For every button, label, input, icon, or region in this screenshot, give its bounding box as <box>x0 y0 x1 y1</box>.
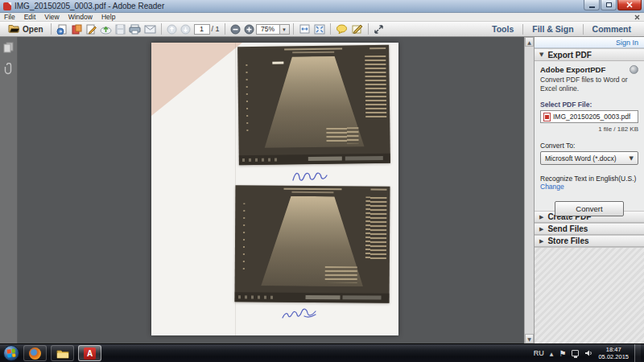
network-icon[interactable] <box>572 350 579 356</box>
show-desktop-button[interactable] <box>634 344 641 362</box>
menu-window[interactable]: Window <box>68 13 93 21</box>
taskbar-clock[interactable]: 18:47 05.02.2015 <box>598 346 629 361</box>
zoom-dropdown-button[interactable]: ▼ <box>280 24 290 35</box>
sign-tool-button[interactable] <box>349 23 365 36</box>
taskbar-item-explorer[interactable] <box>51 345 74 361</box>
signature-ink-1 <box>290 168 328 186</box>
toolbar-separator <box>51 23 52 35</box>
export-pdf-tool-button[interactable] <box>55 23 69 36</box>
save-floppy-icon <box>115 24 126 35</box>
convert-format-value: Microsoft Word (*.docx) <box>545 154 617 162</box>
upload-cloud-tool-button[interactable] <box>98 23 114 36</box>
page-number-input[interactable]: 1 <box>194 24 210 35</box>
explorer-folder-icon <box>56 348 69 359</box>
clock-date: 05.02.2015 <box>598 353 629 360</box>
document-canvas[interactable] <box>18 37 524 343</box>
tab-tools[interactable]: Tools <box>483 24 522 34</box>
scroll-up-arrow[interactable]: ▲ <box>525 37 534 47</box>
language-indicator[interactable]: RU <box>534 349 544 357</box>
sign-pen-icon <box>351 24 363 35</box>
restore-button[interactable] <box>601 0 617 10</box>
attachments-paperclip-icon[interactable] <box>4 63 13 76</box>
adobe-reader-app-icon <box>3 2 11 10</box>
email-button[interactable] <box>142 23 158 36</box>
dropdown-arrow-icon: ▼ <box>630 155 634 162</box>
selected-file-box[interactable]: IMG_20150205_0003.pdf <box>540 110 638 123</box>
create-pdf-tool-button[interactable] <box>69 23 84 36</box>
fit-page-button[interactable] <box>312 23 327 36</box>
fullscreen-button[interactable] <box>372 23 386 36</box>
window-controls <box>583 0 642 10</box>
signature-ink-2 <box>280 305 319 323</box>
envelope-icon <box>144 25 156 34</box>
minimize-button[interactable] <box>584 0 600 10</box>
menu-help[interactable]: Help <box>101 13 115 21</box>
tab-fill-sign[interactable]: Fill & Sign <box>523 24 582 34</box>
print-header-text-line <box>284 48 342 51</box>
cloud-upload-icon <box>100 24 112 35</box>
fit-width-button[interactable] <box>297 23 312 36</box>
zoom-level-input[interactable]: 75% <box>256 24 280 35</box>
tools-panel: Sign In ▼ Export PDF Adobe ExportPDF Con… <box>534 37 644 343</box>
sign-in-link[interactable]: Sign In <box>616 39 638 47</box>
desktop-screen: IMG_20150205_0003.pdf - Adobe Reader Fil… <box>0 0 644 362</box>
zoom-out-button[interactable] <box>229 23 242 36</box>
tab-comment[interactable]: Comment <box>584 24 640 34</box>
file-meta: 1 file / 182 KB <box>540 125 638 133</box>
fit-page-icon <box>314 24 325 35</box>
zoom-in-button[interactable] <box>242 23 256 36</box>
scroll-down-arrow[interactable]: ▼ <box>525 334 534 343</box>
next-page-button[interactable] <box>179 23 192 36</box>
print-status-icons <box>238 295 275 298</box>
print-status-bar <box>234 292 389 302</box>
start-button[interactable] <box>3 345 19 361</box>
export-pdf-section-header[interactable]: ▼ Export PDF <box>535 48 644 61</box>
convert-format-select[interactable]: Microsoft Word (*.docx) ▼ <box>540 151 638 165</box>
taskbar-item-firefox[interactable] <box>23 345 47 361</box>
menu-view[interactable]: View <box>44 13 59 21</box>
menu-edit[interactable]: Edit <box>24 13 36 21</box>
window-titlebar: IMG_20150205_0003.pdf - Adobe Reader <box>0 0 644 13</box>
toolbar-separator <box>161 23 162 35</box>
save-file-button[interactable] <box>114 23 127 36</box>
page-thumbnails-icon[interactable] <box>3 42 14 53</box>
print-header-text-line <box>292 51 334 54</box>
toolbar-separator <box>225 23 225 35</box>
online-service-icon <box>630 65 638 74</box>
print-measurements-text-block <box>326 127 358 143</box>
previous-page-button[interactable] <box>165 23 179 36</box>
comment-tool-button[interactable] <box>334 23 349 36</box>
print-status-bar <box>239 154 390 165</box>
selected-file-name: IMG_20150205_0003.pdf <box>553 113 630 121</box>
create-pdf-icon <box>71 24 82 35</box>
hidden-icons-caret[interactable]: ▲ <box>550 351 554 356</box>
select-file-label: Select PDF File: <box>540 101 638 109</box>
action-center-flag-icon[interactable]: ⚑ <box>559 349 566 358</box>
fit-width-icon <box>299 24 311 34</box>
menubar-close-button[interactable] <box>634 14 641 21</box>
store-files-section-title: Store Files <box>547 237 588 245</box>
page-total-label: / 1 <box>212 25 220 33</box>
print-scale-ticks <box>243 203 246 273</box>
volume-icon[interactable] <box>584 349 592 357</box>
pdf-page <box>151 43 398 335</box>
close-button[interactable] <box>617 0 642 10</box>
print-button[interactable] <box>127 23 142 36</box>
service-name: Adobe ExportPDF <box>540 65 605 74</box>
windows-logo-icon <box>7 349 16 358</box>
store-files-section-header[interactable]: ▶ Store Files <box>535 235 644 247</box>
open-button[interactable]: Open <box>4 23 47 36</box>
task-pane-tabs: Tools Fill & Sign Comment <box>483 22 640 37</box>
menu-file[interactable]: File <box>4 13 15 21</box>
adobe-reader-icon: A <box>84 348 96 360</box>
sign-document-tool-button[interactable] <box>84 23 98 36</box>
send-files-section-header[interactable]: ▶ Send Files <box>535 223 644 235</box>
toolbar-separator <box>330 23 331 35</box>
convert-button[interactable]: Convert <box>555 201 624 216</box>
change-language-link[interactable]: Change <box>540 183 638 191</box>
export-pdf-section-title: Export PDF <box>547 51 591 60</box>
open-button-label: Open <box>23 25 43 34</box>
taskbar-item-adobe-reader[interactable]: A <box>78 345 101 361</box>
document-scrollbar[interactable]: ▲ ▼ <box>524 37 534 343</box>
comment-bubble-icon <box>336 24 348 34</box>
